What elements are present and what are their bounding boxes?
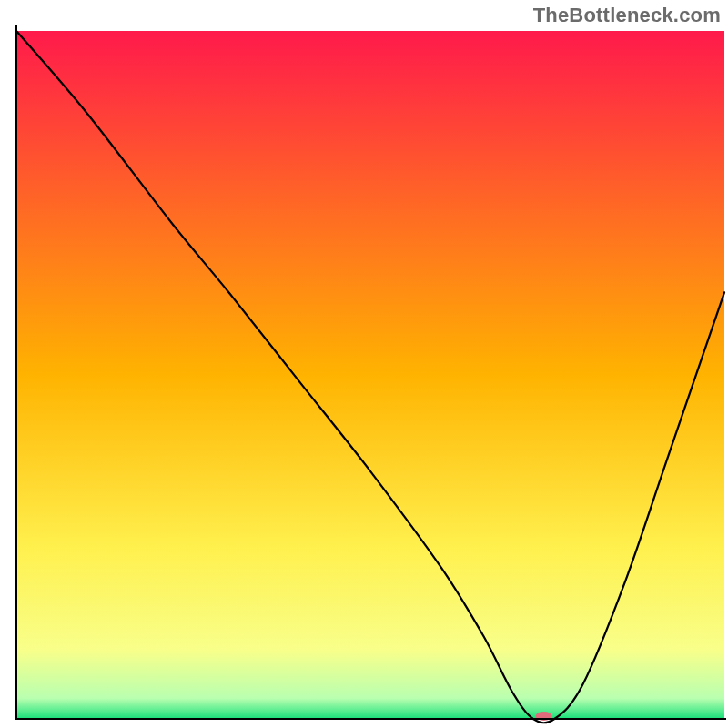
chart-container: TheBottleneck.com (0, 0, 728, 728)
chart-svg (0, 0, 728, 728)
plot-background (16, 31, 724, 719)
